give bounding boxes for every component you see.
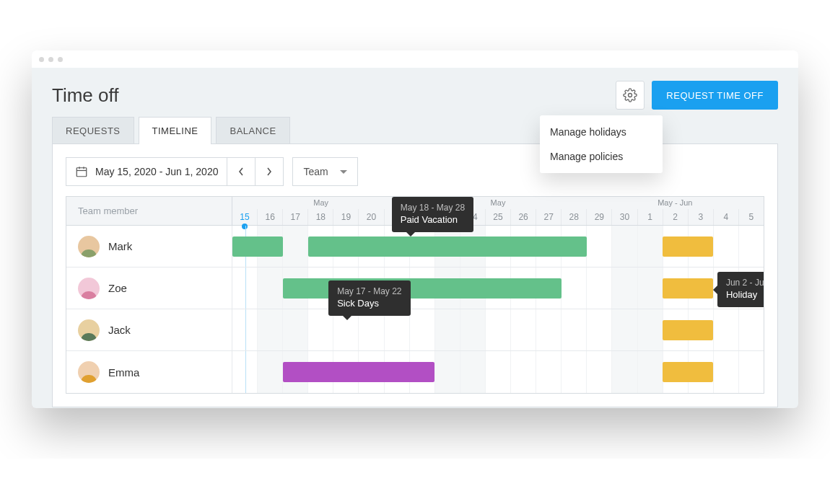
day-header-cell: 30 [611, 209, 637, 225]
menu-item-manage-holidays[interactable]: Manage holidays [540, 120, 663, 144]
tab-requests[interactable]: REQUESTS [52, 117, 134, 144]
timeline-row: MarkMay 18 - May 28Paid Vacation [66, 226, 764, 268]
day-header-cell: 17 [282, 209, 307, 225]
tooltip: Jun 2 - Jun 3Holiday [717, 272, 764, 307]
member-name: Emma [108, 366, 139, 379]
day-header-cell: 25 [485, 209, 510, 225]
day-header-cell: 2 [663, 209, 688, 225]
day-header-cell: 16 [257, 209, 282, 225]
avatar [78, 319, 100, 341]
day-header-cell: 18 [307, 209, 333, 225]
day-header-cell: 26 [510, 209, 536, 225]
day-header-cell: 19 [333, 209, 358, 225]
tooltip-label: Sick Days [337, 298, 401, 309]
timeline-bar[interactable] [663, 362, 713, 382]
row-days: May 18 - May 28Paid Vacation [232, 226, 764, 267]
chevron-down-icon [340, 170, 347, 174]
tab-timeline[interactable]: TIMELINE [139, 117, 212, 144]
tab-bar: REQUESTS TIMELINE BALANCE [32, 117, 798, 144]
next-range-button[interactable] [255, 157, 284, 186]
app-window: Time off REQUEST TIME OFF Manage holiday… [32, 50, 798, 408]
member-cell: Emma [66, 351, 232, 393]
timeline-bar[interactable] [663, 320, 713, 340]
avatar [78, 361, 100, 383]
row-days: Jun 2 - Jun 3Holiday [232, 268, 764, 309]
settings-dropdown: Manage holidays Manage policies [540, 115, 663, 173]
svg-rect-1 [77, 168, 87, 177]
chevron-left-icon [237, 167, 245, 177]
grouping-select-value: Team [303, 166, 328, 177]
tab-balance[interactable]: BALANCE [216, 117, 289, 144]
timeline-bar[interactable] [663, 278, 713, 299]
day-header-cell: 27 [536, 209, 561, 225]
day-header-cell: 15 [232, 209, 257, 225]
timeline-panel: May 15, 2020 - Jun 1, 2020 Team Team mem… [52, 143, 778, 407]
row-days: May 17 - May 22Sick Days [232, 309, 764, 350]
calendar-icon [75, 165, 88, 178]
tooltip-date: May 17 - May 22 [337, 286, 401, 296]
month-label: May [313, 198, 328, 207]
day-header-cell: 4 [713, 209, 738, 225]
timeline-bar[interactable] [232, 236, 283, 257]
svg-point-0 [629, 94, 632, 97]
month-label: May - Jun [658, 198, 692, 207]
day-header-cell: 3 [688, 209, 713, 225]
gear-icon [623, 88, 637, 102]
tooltip-label: Paid Vacation [401, 214, 465, 225]
timeline-bar[interactable] [283, 278, 562, 299]
page-title: Time off [52, 84, 118, 107]
month-label: May [491, 198, 506, 207]
header-actions: REQUEST TIME OFF Manage holidays Manage … [616, 81, 778, 110]
member-name: Mark [108, 240, 132, 252]
timeline-rows: MarkMay 18 - May 28Paid VacationZoeJun 2… [66, 226, 764, 393]
tooltip-date: Jun 2 - Jun 3 [726, 278, 764, 288]
day-header-cell: 29 [586, 209, 611, 225]
today-line [245, 309, 246, 350]
timeline-bar[interactable] [308, 236, 587, 257]
timeline-row: JackMay 17 - May 22Sick Days [66, 309, 764, 351]
traffic-light-close[interactable] [39, 57, 44, 62]
settings-button[interactable] [616, 81, 645, 110]
tooltip: May 18 - May 28Paid Vacation [392, 197, 473, 232]
prev-range-button[interactable] [227, 157, 255, 186]
page-header: Time off REQUEST TIME OFF Manage holiday… [32, 68, 798, 117]
grouping-select[interactable]: Team [292, 157, 357, 186]
days-header: May May May - Jun 1516171819202122232425… [232, 197, 764, 225]
member-name: Zoe [108, 282, 127, 294]
timeline-bar[interactable] [283, 362, 434, 382]
tooltip-date: May 18 - May 28 [401, 203, 465, 213]
member-header: Team member [66, 197, 232, 225]
today-line [245, 268, 246, 309]
avatar [78, 236, 100, 257]
member-name: Jack [108, 324, 131, 336]
tooltip: May 17 - May 22Sick Days [328, 280, 410, 316]
traffic-light-min[interactable] [48, 57, 53, 62]
chevron-right-icon [266, 167, 273, 177]
date-range-text: May 15, 2020 - Jun 1, 2020 [95, 166, 218, 177]
timeline-bar[interactable] [663, 236, 713, 257]
menu-item-manage-policies[interactable]: Manage policies [540, 144, 663, 169]
day-header-cell: 28 [561, 209, 586, 225]
traffic-light-max[interactable] [58, 57, 63, 62]
date-range-picker[interactable]: May 15, 2020 - Jun 1, 2020 [66, 157, 227, 186]
member-cell: Zoe [66, 268, 232, 309]
today-line [245, 351, 246, 393]
day-header-cell: 5 [738, 209, 764, 225]
day-header-cell: 1 [637, 209, 663, 225]
timeline-grid: Team member May May May - Jun 1516171819… [66, 196, 764, 394]
window-titlebar [32, 50, 798, 68]
member-cell: Jack [66, 309, 232, 350]
tooltip-label: Holiday [726, 289, 764, 300]
day-header-cell: 20 [358, 209, 383, 225]
avatar [78, 278, 100, 299]
timeline-toolbar: May 15, 2020 - Jun 1, 2020 Team [53, 144, 777, 196]
member-cell: Mark [66, 226, 232, 267]
row-days [232, 351, 764, 393]
month-labels: May May May - Jun [232, 197, 764, 207]
request-time-off-button[interactable]: REQUEST TIME OFF [652, 81, 778, 110]
timeline-row: Emma [66, 351, 764, 393]
timeline-row: ZoeJun 2 - Jun 3Holiday [66, 268, 764, 309]
